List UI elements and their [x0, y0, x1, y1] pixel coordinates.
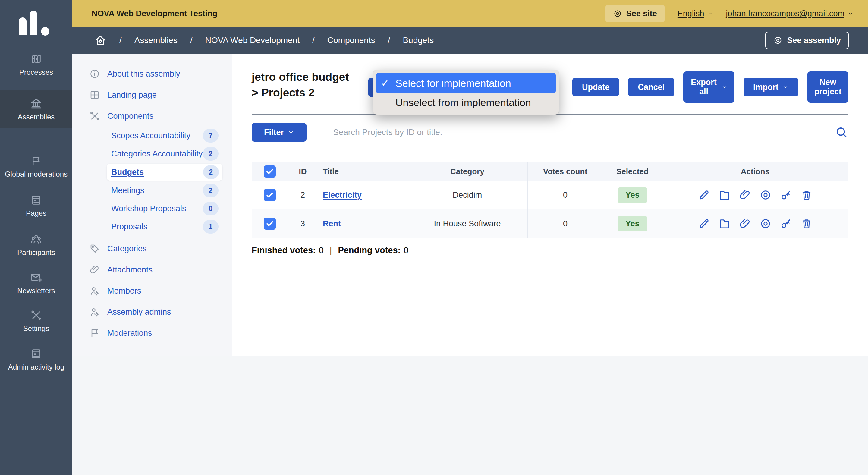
count-badge: 2	[203, 147, 218, 161]
project-title-link[interactable]: Electricity	[323, 190, 362, 200]
breadcrumb-item-components[interactable]: Components	[327, 36, 375, 45]
count-badge: 2	[203, 165, 219, 179]
row-checkbox[interactable]	[264, 189, 276, 201]
dropdown-option-unselect-from-implementation[interactable]: Unselect from implementation	[376, 93, 556, 112]
preview-target-icon[interactable]	[759, 217, 772, 230]
export-all-button[interactable]: Export all	[683, 71, 735, 103]
folder-icon[interactable]	[718, 189, 731, 201]
row-checkbox-cell	[252, 210, 288, 238]
organization-title: NOVA Web Development Testing	[92, 9, 218, 19]
sidebar-divider	[0, 139, 72, 140]
search-icon[interactable]	[835, 125, 848, 139]
page-title-line2: > Projects 2	[252, 87, 315, 99]
search-input[interactable]	[333, 127, 829, 137]
select-all-checkbox[interactable]	[264, 165, 276, 178]
sidebar-item-participants[interactable]: Participants	[0, 228, 72, 261]
menu-item-moderations[interactable]: Moderations	[72, 322, 232, 344]
row-title-cell: Electricity	[318, 181, 407, 209]
edit-pencil-icon[interactable]	[698, 189, 710, 201]
chevron-down-icon	[707, 10, 713, 17]
new-project-button[interactable]: New project	[807, 71, 848, 103]
paperclip-icon[interactable]	[739, 217, 751, 230]
count-badge: 0	[203, 202, 218, 216]
new-project-label: New project	[814, 78, 842, 96]
menu-item-categories[interactable]: Categories	[72, 238, 232, 259]
info-icon	[89, 68, 100, 79]
chevron-down-icon	[721, 84, 728, 90]
person-gear-icon	[89, 307, 100, 317]
key-icon[interactable]	[780, 189, 792, 201]
sidebar-item-pages[interactable]: Pages	[0, 190, 72, 222]
row-category: In House Software	[407, 210, 528, 238]
menu-subitem-scopes-accountability[interactable]: Scopes Accountability 7	[72, 127, 232, 145]
menu-subitem-budgets[interactable]: Budgets 2	[107, 164, 222, 181]
row-checkbox[interactable]	[264, 218, 276, 230]
breadcrumb-item-assemblies[interactable]: Assemblies	[134, 36, 178, 45]
bank-icon	[30, 97, 42, 110]
trash-icon[interactable]	[800, 217, 813, 230]
update-button[interactable]: Update	[572, 78, 619, 96]
user-email: johan.francocampos@gmail.com	[726, 9, 844, 19]
menu-subitem-meetings[interactable]: Meetings 2	[72, 182, 232, 199]
menu-subitem-categories-accountability[interactable]: Categories Accountability 2	[72, 145, 232, 163]
key-icon[interactable]	[780, 217, 792, 230]
trash-icon[interactable]	[800, 189, 813, 201]
sidebar-item-newsletters[interactable]: Newsletters	[0, 267, 72, 299]
preview-target-icon[interactable]	[759, 189, 772, 201]
menu-item-label: About this assembly	[107, 69, 180, 79]
see-assembly-button[interactable]: See assembly	[765, 32, 849, 49]
sidebar-item-label: Newsletters	[17, 287, 55, 295]
paperclip-icon[interactable]	[739, 189, 751, 201]
project-title-link[interactable]: Rent	[323, 219, 341, 228]
import-label: Import	[753, 83, 778, 92]
menu-item-components[interactable]: Components	[72, 105, 232, 127]
breadcrumb-item-budgets[interactable]: Budgets	[403, 36, 434, 45]
menu-subitem-proposals[interactable]: Proposals 1	[72, 218, 232, 236]
see-site-button[interactable]: See site	[605, 5, 665, 22]
menu-item-about-assembly[interactable]: About this assembly	[72, 63, 232, 85]
select-all-cell	[252, 162, 288, 181]
pending-votes-value: 0	[404, 245, 408, 255]
header-category: Category	[407, 162, 528, 181]
breadcrumb-separator: /	[190, 36, 193, 45]
menu-item-label: Categories	[107, 244, 147, 253]
filter-button[interactable]: Filter	[252, 123, 307, 141]
header-actions: Update Cancel Export all Import New proj…	[572, 71, 848, 103]
finished-votes-value: 0	[319, 245, 324, 255]
menu-item-landing-page[interactable]: Landing page	[72, 85, 232, 105]
dropdown-option-select-for-implementation[interactable]: ✓ Select for implementation	[376, 73, 556, 93]
menu-subitem-workshop-proposals[interactable]: Workshop Proposals 0	[72, 199, 232, 218]
import-button[interactable]: Import	[744, 78, 798, 96]
breadcrumb-separator: /	[388, 36, 390, 45]
menu-subitem-label: Workshop Proposals	[111, 204, 186, 213]
people-icon	[30, 233, 42, 245]
chevron-down-icon	[847, 10, 854, 17]
breadcrumb-item-assembly[interactable]: NOVA Web Development	[205, 36, 300, 45]
log-icon	[30, 348, 42, 360]
language-selector[interactable]: English	[678, 9, 713, 19]
table-row: 3 Rent In House Software 0 Yes	[252, 209, 848, 238]
row-actions	[662, 181, 848, 209]
menu-subitem-label: Proposals	[111, 222, 147, 231]
folder-icon[interactable]	[718, 217, 731, 230]
edit-pencil-icon[interactable]	[698, 217, 710, 230]
menu-item-members[interactable]: Members	[72, 280, 232, 302]
menu-item-attachments[interactable]: Attachments	[72, 259, 232, 280]
home-icon[interactable]	[94, 34, 107, 47]
user-menu[interactable]: johan.francocampos@gmail.com	[726, 9, 854, 19]
sidebar-item-global-moderations[interactable]: Global moderations	[0, 151, 72, 183]
cancel-button[interactable]: Cancel	[628, 78, 674, 96]
sidebar-item-admin-activity-log[interactable]: Admin activity log	[0, 344, 72, 376]
tools-icon	[30, 309, 42, 321]
menu-item-assembly-admins[interactable]: Assembly admins	[72, 302, 232, 322]
sidebar-item-settings[interactable]: Settings	[0, 305, 72, 337]
dropdown-option-label: Unselect from implementation	[396, 97, 531, 108]
target-icon	[773, 36, 783, 45]
menu-item-label: Assembly admins	[107, 308, 171, 317]
see-assembly-label: See assembly	[787, 36, 841, 45]
sidebar-item-assemblies[interactable]: Assemblies	[0, 90, 72, 128]
decidim-logo[interactable]	[18, 8, 51, 37]
sidebar-item-processes[interactable]: Processes	[0, 49, 72, 81]
main-sidebar: Processes Assemblies Global moderations …	[0, 0, 72, 475]
row-selected-cell: Yes	[603, 210, 662, 238]
